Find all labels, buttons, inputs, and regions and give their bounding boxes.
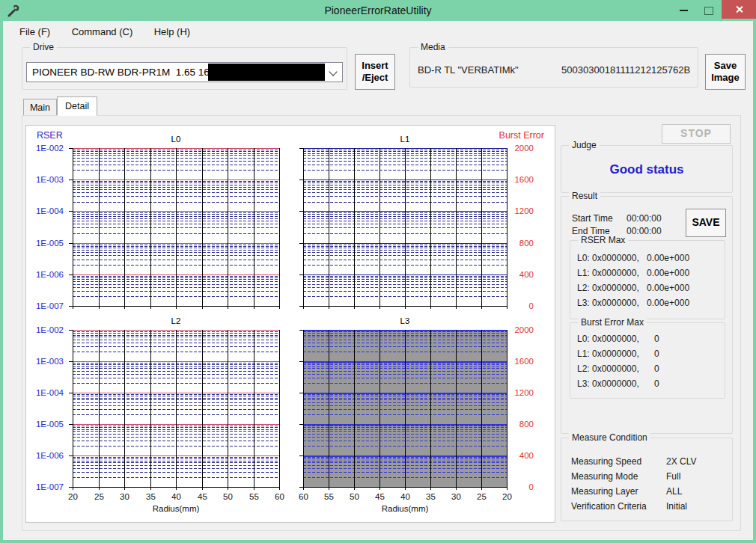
y-right-tick-label: 1600 <box>514 175 534 184</box>
tab-main-label: Main <box>30 102 50 113</box>
drive-group-label: Drive <box>30 42 57 52</box>
x-tick-label: 40 <box>171 492 181 501</box>
y-left-tick-label: 1E-004 <box>36 206 64 215</box>
x-tick-label: 20 <box>502 492 512 501</box>
x-tick-label: 30 <box>451 492 461 501</box>
y-right-tick-label: 1200 <box>514 388 534 397</box>
titlebar[interactable]: PioneerErrorRateUtility <box>0 0 756 21</box>
x-tick-label: 55 <box>324 492 334 501</box>
rser-max-value-l1: 0.00e+000 <box>647 268 689 278</box>
burst-error-max-label: Burst Error Max <box>578 317 647 328</box>
measure-condition-label: Measure Condition <box>569 432 650 443</box>
rser-max-value-l3: 0.00e+000 <box>647 298 689 308</box>
y-right-tick-label: 2000 <box>514 325 534 334</box>
y-right-tick-label: 400 <box>519 451 534 460</box>
wrench-icon <box>6 4 19 17</box>
menu-help[interactable]: Help (H) <box>145 21 199 42</box>
drive-combobox[interactable]: PIONEER BD-RW BDR-PR1M 1.65 16/10/05 <box>26 62 343 82</box>
menu-command[interactable]: Command (C) <box>63 21 142 42</box>
chart-panel: RSERBurst Error1E-0021E-0031E-0041E-0051… <box>25 125 555 523</box>
x-tick-label: 45 <box>375 492 385 501</box>
y-left-tick-label: 1E-003 <box>36 357 64 366</box>
save-image-label-line1: Save <box>714 60 737 71</box>
tab-main[interactable]: Main <box>23 99 57 116</box>
y-right-tick-label: 800 <box>519 239 534 248</box>
y-left-tick-label: 1E-007 <box>36 482 64 491</box>
x-tick-label: 35 <box>146 492 156 501</box>
result-group: Result Start Time 00:00:00 End Time 00:0… <box>561 196 733 434</box>
x-tick-label: 30 <box>120 492 129 501</box>
window-title: PioneerErrorRateUtility <box>0 4 756 16</box>
save-button[interactable]: SAVE <box>686 209 726 237</box>
y-right-tick-label: 400 <box>519 270 534 279</box>
menu-file[interactable]: File (F) <box>10 21 59 42</box>
chart-title-l3: L3 <box>400 316 410 325</box>
verification-criteria-value: Initial <box>666 501 687 512</box>
y-left-tick-label: 1E-003 <box>36 175 64 184</box>
chart-title-l1: L1 <box>400 135 410 144</box>
y-left-tick-label: 1E-002 <box>36 325 64 334</box>
insert-eject-label-line1: Insert <box>362 60 388 71</box>
burst-max-row-l1: L1: 0x0000000, <box>577 349 639 359</box>
burst-max-row-l0: L0: 0x0000000, <box>577 334 639 344</box>
redacted-region <box>208 64 325 81</box>
burst-max-value-l1: 0 <box>654 349 659 359</box>
maximize-button[interactable] <box>696 0 722 21</box>
measure-condition-group: Measure Condition Measuring Speed 2X CLV… <box>561 438 733 521</box>
close-button[interactable] <box>722 0 756 19</box>
y-left-tick-label: 1E-005 <box>36 420 64 429</box>
rser-max-value-l0: 0.00e+000 <box>647 253 689 263</box>
drive-selected-value: PIONEER BD-RW BDR-PR1M 1.65 16/10/05 <box>32 67 237 78</box>
measuring-speed-label: Measuring Speed <box>571 456 641 467</box>
y-right-tick-label: 800 <box>519 420 534 429</box>
save-image-button[interactable]: Save Image <box>705 54 746 90</box>
result-group-label: Result <box>569 191 600 201</box>
tab-detail[interactable]: Detail <box>57 96 97 116</box>
minimize-icon <box>680 10 688 11</box>
start-time-label: Start Time <box>572 213 613 224</box>
x-tick-label: 35 <box>426 492 436 501</box>
x-tick-label: 45 <box>198 492 207 501</box>
measuring-mode-label: Measuring Mode <box>571 471 638 482</box>
burst-max-row-l3: L3: 0x0000000, <box>577 378 639 389</box>
y-right-tick-label: 0 <box>529 482 534 491</box>
y-left-tick-label: 1E-002 <box>36 144 64 153</box>
insert-eject-label-line2: /Eject <box>362 72 388 83</box>
stop-button[interactable]: STOP <box>662 124 731 144</box>
x-tick-label: 55 <box>249 492 259 501</box>
media-disc-id: 50030300181111212125762B <box>561 64 690 76</box>
burst-error-max-group: Burst Error Max L0: 0x0000000, 0 L1: 0x0… <box>570 322 725 399</box>
media-group: Media BD-R TL "VERBATIMk" 50030300181111… <box>409 47 698 88</box>
burst-error-axis-title: Burst Error <box>499 130 544 141</box>
verification-criteria-label: Verification Criteria <box>571 501 647 512</box>
minimize-button[interactable] <box>671 0 696 21</box>
burst-max-value-l3: 0 <box>654 378 659 389</box>
x-tick-label: 50 <box>223 492 233 501</box>
y-right-tick-label: 1600 <box>514 357 534 366</box>
chart-title-l0: L0 <box>171 135 181 144</box>
judge-group: Judge Good status <box>561 145 733 193</box>
rser-max-row-l2: L2: 0x0000000, <box>577 283 639 293</box>
x-tick-label: 25 <box>94 492 104 501</box>
media-group-label: Media <box>418 42 448 52</box>
chevron-down-icon <box>329 67 337 76</box>
y-left-tick-label: 1E-006 <box>36 270 64 279</box>
measuring-layer-value: ALL <box>666 486 682 497</box>
y-left-tick-label: 1E-004 <box>36 388 64 397</box>
burst-max-row-l2: L2: 0x0000000, <box>577 363 639 374</box>
y-left-tick-label: 1E-007 <box>36 301 64 310</box>
y-right-tick-label: 2000 <box>514 144 534 153</box>
y-right-tick-label: 0 <box>529 301 534 310</box>
burst-max-value-l0: 0 <box>654 334 659 344</box>
insert-eject-button[interactable]: Insert /Eject <box>355 54 395 90</box>
rser-max-row-l3: L3: 0x0000000, <box>577 298 639 308</box>
y-left-tick-label: 1E-005 <box>36 239 64 248</box>
y-left-tick-label: 1E-006 <box>36 451 64 460</box>
measuring-layer-label: Measuring Layer <box>571 486 638 497</box>
x-axis-title: Radius(mm) <box>382 504 429 513</box>
save-image-label-line2: Image <box>711 72 740 83</box>
error-rate-charts: RSERBurst Error1E-0021E-0031E-0041E-0051… <box>26 126 555 522</box>
rser-max-row-l0: L0: 0x0000000, <box>577 253 639 263</box>
burst-max-value-l2: 0 <box>654 363 659 374</box>
end-time-value: 00:00:00 <box>627 226 662 236</box>
